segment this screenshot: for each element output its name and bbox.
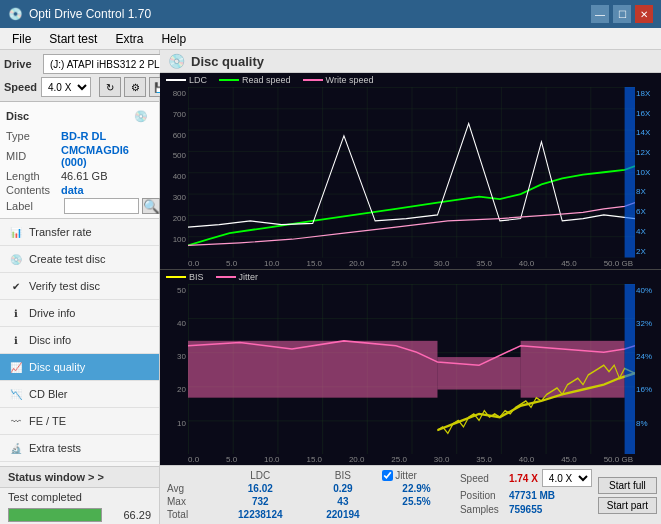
app-icon: 💿 [8, 7, 23, 21]
chart-title: Disc quality [191, 54, 264, 69]
stats-th-row [164, 469, 214, 482]
disc-mid-row: MID CMCMAGDI6 (000) [6, 144, 153, 168]
legend-write-speed-label: Write speed [326, 75, 374, 85]
disc-mid-label: MID [6, 150, 61, 162]
speed-row: Speed 4.0 X ↻ ⚙ 💾 [4, 77, 155, 97]
refresh-button[interactable]: ↻ [99, 77, 121, 97]
right-panel: 💿 Disc quality LDC Read speed Write spee… [160, 50, 661, 524]
disc-length-value: 46.61 GB [61, 170, 107, 182]
svg-rect-1 [625, 87, 635, 258]
nav-fe-te[interactable]: 〰 FE / TE [0, 408, 159, 435]
stats-avg-bis: 0.29 [307, 482, 379, 495]
disc-type-row: Type BD-R DL [6, 130, 153, 142]
nav-verify-test-disc-label: Verify test disc [29, 280, 100, 292]
top-chart-legend: LDC Read speed Write speed [160, 73, 661, 87]
menu-help[interactable]: Help [153, 30, 194, 48]
bottom-x-axis: 0.0 5.0 10.0 15.0 20.0 25.0 30.0 35.0 40… [160, 454, 661, 465]
chart-header-icon: 💿 [168, 53, 185, 69]
nav-extra-tests-label: Extra tests [29, 442, 81, 454]
fe-te-icon: 〰 [8, 413, 24, 429]
bottom-y-axis-left: 50 40 30 20 10 [160, 284, 188, 455]
nav-cd-bler-label: CD Bler [29, 388, 68, 400]
verify-test-disc-icon: ✔ [8, 278, 24, 294]
stats-avg-row: Avg 16.02 0.29 22.9% [164, 482, 454, 495]
jitter-checkbox[interactable] [382, 470, 393, 481]
jitter-label: Jitter [395, 470, 417, 481]
menu-extra[interactable]: Extra [107, 30, 151, 48]
nav-disc-info[interactable]: ℹ Disc info [0, 327, 159, 354]
nav-create-test-disc[interactable]: 💿 Create test disc [0, 246, 159, 273]
left-panel: Drive (J:) ATAPI iHBS312 2 PL17 ⏏ Speed … [0, 50, 160, 524]
nav-drive-info[interactable]: ℹ Drive info [0, 300, 159, 327]
stats-samples-value: 759655 [509, 504, 542, 515]
titlebar-controls: — ☐ ✕ [591, 5, 653, 23]
stats-max-row: Max 732 43 25.5% [164, 495, 454, 508]
nav-drive-info-label: Drive info [29, 307, 75, 319]
minimize-button[interactable]: — [591, 5, 609, 23]
start-full-button[interactable]: Start full [598, 477, 657, 494]
legend-ldc: LDC [166, 75, 207, 85]
bottom-chart-area: 50 40 30 20 10 [160, 284, 661, 455]
menu-file[interactable]: File [4, 30, 39, 48]
stats-max-ldc: 732 [214, 495, 307, 508]
stats-total-ldc: 12238124 [214, 508, 307, 521]
maximize-button[interactable]: ☐ [613, 5, 631, 23]
speed-label: Speed [4, 81, 37, 93]
stats-position-row: Position 47731 MB [460, 490, 592, 501]
stats-avg-label: Avg [164, 482, 214, 495]
extra-tests-icon: 🔬 [8, 440, 24, 456]
main-layout: Drive (J:) ATAPI iHBS312 2 PL17 ⏏ Speed … [0, 50, 661, 524]
chart-header: 💿 Disc quality [160, 50, 661, 73]
disc-icon[interactable]: 💿 [129, 106, 153, 126]
stats-table: LDC BIS Jitter Avg 16.02 0.29 [164, 469, 454, 521]
disc-label-button[interactable]: 🔍 [142, 198, 160, 214]
drive-info-icon: ℹ [8, 305, 24, 321]
close-button[interactable]: ✕ [635, 5, 653, 23]
legend-ldc-label: LDC [189, 75, 207, 85]
nav-disc-quality-label: Disc quality [29, 361, 85, 373]
top-chart-container: LDC Read speed Write speed 800 700 60 [160, 73, 661, 270]
stats-speed-select[interactable]: 4.0 X [542, 469, 592, 487]
nav-create-test-disc-label: Create test disc [29, 253, 105, 265]
stats-buttons: Start full Start part [598, 469, 657, 521]
stats-position-label: Position [460, 490, 505, 501]
legend-read-speed-label: Read speed [242, 75, 291, 85]
legend-bis-label: BIS [189, 272, 204, 282]
stats-table-container: LDC BIS Jitter Avg 16.02 0.29 [164, 469, 454, 521]
stats-total-jitter [379, 508, 454, 521]
nav-disc-quality[interactable]: 📈 Disc quality [0, 354, 159, 381]
legend-ldc-color [166, 79, 186, 81]
disc-info-icon: ℹ [8, 332, 24, 348]
nav-section: 📊 Transfer rate 💿 Create test disc ✔ Ver… [0, 219, 159, 466]
svg-rect-4 [437, 357, 520, 389]
top-y-axis-right: 18X 16X 14X 12X 10X 8X 6X 4X 2X [635, 87, 661, 258]
nav-transfer-rate-label: Transfer rate [29, 226, 92, 238]
stats-row: LDC BIS Jitter Avg 16.02 0.29 [160, 465, 661, 524]
app-title: Opti Drive Control 1.70 [29, 7, 151, 21]
legend-read-speed: Read speed [219, 75, 291, 85]
svg-rect-3 [188, 340, 437, 397]
nav-extra-tests[interactable]: 🔬 Extra tests [0, 435, 159, 462]
stats-max-bis: 43 [307, 495, 379, 508]
disc-label-input[interactable] [64, 198, 139, 214]
nav-disc-info-label: Disc info [29, 334, 71, 346]
start-part-button[interactable]: Start part [598, 497, 657, 514]
svg-rect-6 [625, 284, 635, 455]
nav-transfer-rate[interactable]: 📊 Transfer rate [0, 219, 159, 246]
nav-cd-bler[interactable]: 📉 CD Bler [0, 381, 159, 408]
status-window[interactable]: Status window > > [0, 466, 159, 487]
disc-length-label: Length [6, 170, 61, 182]
menu-start-test[interactable]: Start test [41, 30, 105, 48]
settings-button[interactable]: ⚙ [124, 77, 146, 97]
legend-jitter: Jitter [216, 272, 259, 282]
stats-speed-label: Speed [460, 473, 505, 484]
stats-samples-label: Samples [460, 504, 505, 515]
stats-total-label: Total [164, 508, 214, 521]
nav-verify-test-disc[interactable]: ✔ Verify test disc [0, 273, 159, 300]
stats-speed-value: 1.74 X [509, 473, 538, 484]
disc-type-label: Type [6, 130, 61, 142]
menubar: File Start test Extra Help [0, 28, 661, 50]
disc-section: Disc 💿 Type BD-R DL MID CMCMAGDI6 (000) … [0, 102, 159, 219]
top-x-axis: 0.0 5.0 10.0 15.0 20.0 25.0 30.0 35.0 40… [160, 258, 661, 269]
speed-select[interactable]: 4.0 X [41, 77, 91, 97]
